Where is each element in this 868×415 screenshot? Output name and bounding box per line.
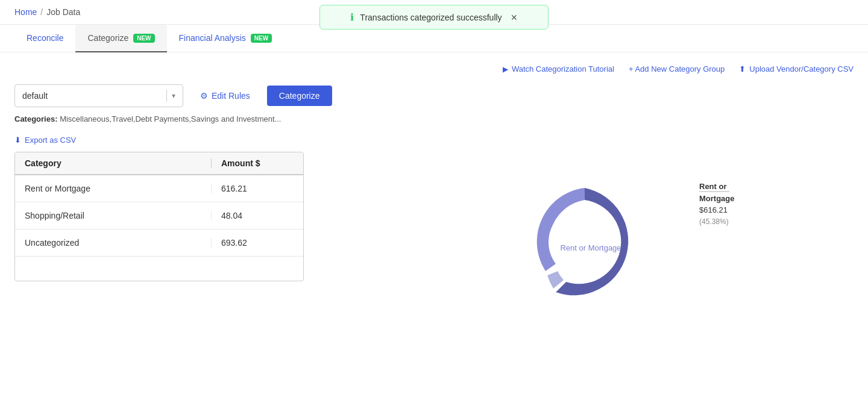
categories-values: Miscellaneous,Travel,Debt Payments,Savin…: [60, 114, 281, 123]
categories-label: Categories:: [14, 114, 58, 123]
tutorial-link[interactable]: ▶ Watch Categorization Tutorial: [503, 64, 614, 73]
cell-amount: 616.21: [221, 184, 294, 193]
toast-icon: ℹ: [350, 11, 354, 23]
cell-amount: 693.62: [221, 238, 294, 248]
table-row-empty: [15, 257, 303, 281]
play-icon: ▶: [503, 65, 508, 73]
dropdown-value: default: [22, 91, 162, 101]
cell-divider: [211, 211, 212, 220]
toast-notification: ℹ Transactions categorized successfully …: [319, 5, 549, 30]
upload-label: Upload Vendor/Category CSV: [749, 64, 854, 73]
cell-category: Shopping/Retail: [25, 211, 201, 220]
column-divider: [211, 158, 212, 168]
chart-label-pct: (45.38%): [699, 216, 747, 227]
chart-center-label: Rent or Mortgage: [555, 243, 627, 254]
export-label: Export as CSV: [25, 136, 76, 145]
breadcrumb-current: Job Data: [46, 7, 80, 17]
upload-icon: ⬆: [739, 64, 746, 73]
main-content: ▶ Watch Categorization Tutorial + Add Ne…: [0, 52, 868, 345]
donut-chart: Rent or Mortgage Rent or Mortgage $616.2…: [506, 164, 675, 332]
add-category-group-link[interactable]: + Add New Category Group: [629, 64, 725, 73]
download-icon: ⬇: [14, 136, 21, 145]
table-row: Shopping/Retail 48.04: [15, 202, 303, 229]
categories-table: Category Amount $ Rent or Mortgage 616.2…: [14, 152, 304, 281]
tab-categorize[interactable]: Categorize New: [75, 25, 166, 52]
edit-rules-label: Edit Rules: [212, 91, 250, 101]
export-csv-link[interactable]: ⬇ Export as CSV: [14, 136, 854, 145]
action-row: ▶ Watch Categorization Tutorial + Add Ne…: [14, 64, 854, 73]
chart-area: Rent or Mortgage Rent or Mortgage $616.2…: [328, 152, 854, 332]
chart-callout: Rent or Mortgage $616.21 (45.38%): [699, 181, 735, 198]
cell-category: Rent or Mortgage: [25, 184, 201, 193]
toast-message: Transactions categorized successfully: [360, 13, 502, 22]
tab-categorize-label: Categorize: [87, 33, 128, 43]
chevron-down-icon: ▾: [172, 92, 175, 100]
categories-line: Categories: Miscellaneous,Travel,Debt Pa…: [14, 114, 854, 123]
cell-category: Uncategorized: [25, 238, 201, 248]
column-category: Category: [25, 158, 201, 168]
table-row: Uncategorized 693.62: [15, 229, 303, 257]
main-layout: Category Amount $ Rent or Mortgage 616.2…: [14, 152, 854, 332]
tab-financial-analysis-badge: New: [251, 34, 272, 43]
category-group-dropdown[interactable]: default ▾: [14, 84, 183, 107]
controls-row: default ▾ ⚙ Edit Rules Categorize: [14, 84, 854, 107]
add-category-label: + Add New Category Group: [629, 64, 725, 73]
tutorial-label: Watch Categorization Tutorial: [512, 64, 614, 73]
chart-label: Rent or Mortgage $616.21 (45.38%): [699, 181, 747, 227]
tab-categorize-badge: New: [133, 34, 154, 43]
breadcrumb-home[interactable]: Home: [14, 7, 37, 17]
chart-label-amount: $616.21: [699, 204, 747, 216]
tab-financial-analysis[interactable]: Financial Analysis New: [167, 25, 285, 52]
chart-label-title: Rent or Mortgage: [699, 181, 747, 204]
table-row: Rent or Mortgage 616.21: [15, 175, 303, 202]
column-amount: Amount $: [221, 158, 294, 168]
tab-reconcile[interactable]: Reconcile: [14, 25, 75, 52]
dropdown-divider: [166, 90, 167, 102]
cell-divider: [211, 238, 212, 248]
tab-reconcile-label: Reconcile: [27, 33, 63, 43]
upload-csv-link[interactable]: ⬆ Upload Vendor/Category CSV: [739, 64, 854, 73]
cell-amount: 48.04: [221, 211, 294, 220]
breadcrumb: Home / Job Data: [14, 7, 80, 17]
breadcrumb-separator: /: [40, 7, 43, 17]
cell-divider: [211, 184, 212, 193]
tab-financial-analysis-label: Financial Analysis: [179, 33, 246, 43]
categorize-button[interactable]: Categorize: [267, 86, 332, 106]
top-bar: Home / Job Data ℹ Transactions categoriz…: [0, 0, 868, 25]
table-header: Category Amount $: [15, 152, 303, 175]
toast-close-button[interactable]: ✕: [511, 13, 518, 22]
edit-rules-button[interactable]: ⚙ Edit Rules: [193, 86, 257, 105]
gear-icon: ⚙: [200, 91, 208, 101]
